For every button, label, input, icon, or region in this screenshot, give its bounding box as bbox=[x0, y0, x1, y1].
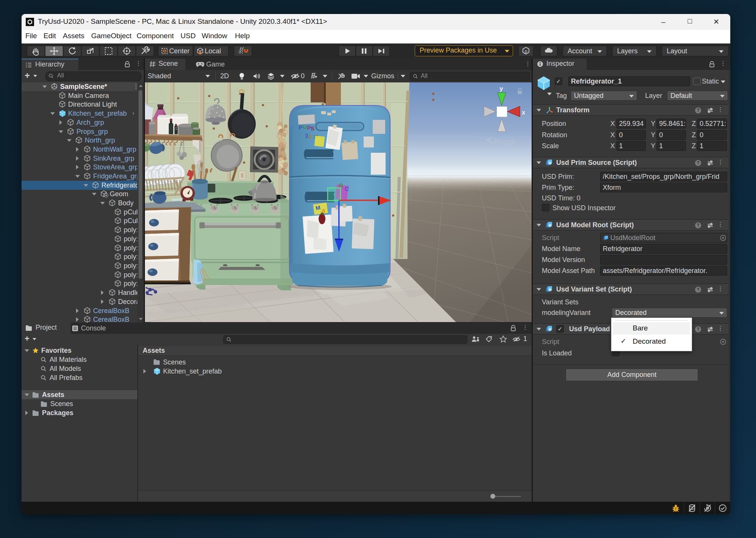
svg-text:?: ? bbox=[697, 223, 699, 228]
svg-text:?: ? bbox=[697, 287, 699, 292]
svg-text:U: U bbox=[303, 124, 307, 130]
svg-text:?: ? bbox=[697, 327, 699, 332]
svg-text:!: ! bbox=[675, 507, 676, 511]
svg-text:S: S bbox=[311, 125, 314, 132]
svg-text:p: p bbox=[525, 49, 527, 54]
svg-text:P: P bbox=[299, 124, 303, 131]
svg-text:0: 0 bbox=[309, 133, 312, 140]
svg-text:Persp: Persp bbox=[493, 137, 514, 146]
svg-text:?: ? bbox=[697, 108, 699, 113]
svg-text:?: ? bbox=[697, 160, 699, 166]
svg-text:x: x bbox=[522, 109, 525, 116]
svg-text:y: y bbox=[499, 85, 503, 92]
